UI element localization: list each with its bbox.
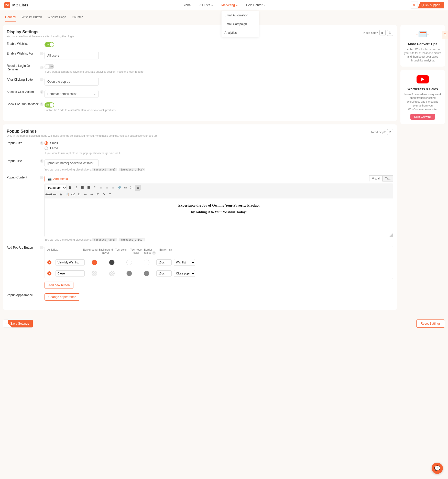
hr-icon[interactable]: — xyxy=(52,191,58,197)
nav-help-center[interactable]: Help Center⌄ xyxy=(246,3,266,7)
popup-size-hint: If you want to use a photo in the pop up… xyxy=(45,152,393,155)
panel-title: Display Settings xyxy=(7,30,75,34)
outdent-icon[interactable]: ⇤ xyxy=(83,191,88,197)
table-row: ✕ Close pop up xyxy=(45,268,393,279)
link-icon[interactable]: 🔗 xyxy=(116,185,122,190)
add-new-button[interactable]: Add new button xyxy=(45,282,73,289)
resize-handle[interactable] xyxy=(389,233,393,237)
display-settings-panel: Display Settings You only need to set th… xyxy=(3,25,397,121)
show-oos-label: Show For Out-Of-Stock xyxy=(7,102,39,106)
radius-input[interactable] xyxy=(156,259,172,265)
reset-settings-button[interactable]: Reset Settings xyxy=(416,320,445,328)
save-button-wrap[interactable]: ✓ Save Settings xyxy=(3,320,33,328)
placeholder-hint: You can use the following placeholders: … xyxy=(45,168,393,171)
bold-icon[interactable]: B xyxy=(67,185,73,190)
info-icon[interactable]: ? xyxy=(40,159,43,163)
text-hover-swatch[interactable] xyxy=(144,271,149,276)
quote-icon[interactable]: ❝ xyxy=(92,185,97,190)
fullscreen-icon[interactable]: ⛶ xyxy=(129,185,134,190)
link-select[interactable]: Close pop up xyxy=(174,270,195,277)
need-help-label: Need help? xyxy=(371,131,386,134)
special-char-icon[interactable]: Ω xyxy=(77,191,82,197)
table-row: ✕ Wishlist xyxy=(45,257,393,268)
doc-help-icon[interactable]: 🗎 xyxy=(387,129,393,135)
bg-hover-swatch[interactable] xyxy=(109,271,115,276)
enable-wishlist-for-label: Enable Wishlist For xyxy=(7,52,33,55)
paste-icon[interactable]: 📋 xyxy=(64,191,70,197)
indent-icon[interactable]: ⇥ xyxy=(89,191,94,197)
nav-all-lists[interactable]: All Lists⌄ xyxy=(200,3,213,7)
tab-wishlist-button[interactable]: Wishlist Button xyxy=(22,15,42,22)
enable-wishlist-toggle[interactable]: ON xyxy=(45,42,54,47)
info-icon[interactable]: ? xyxy=(40,102,43,106)
italic-icon[interactable]: I xyxy=(73,185,79,190)
app-logo[interactable]: nc MC Lists xyxy=(4,2,28,8)
strikethrough-icon[interactable]: ABC xyxy=(46,191,51,197)
help-icon[interactable]: ? xyxy=(107,191,113,197)
editor-content[interactable]: Experience the Joy of Owning Your Favori… xyxy=(45,198,393,237)
info-icon[interactable]: ? xyxy=(40,141,43,145)
second-click-select[interactable]: Remove from wishlist⌄ xyxy=(45,90,99,98)
info-icon[interactable]: ? xyxy=(40,90,43,94)
side-tab[interactable]: 🗒 xyxy=(442,31,448,39)
link-select[interactable]: Wishlist xyxy=(174,259,195,266)
show-oos-toggle[interactable]: ON xyxy=(45,102,54,108)
text-hover-swatch[interactable] xyxy=(144,260,149,265)
bullet-list-icon[interactable]: ☰ xyxy=(80,185,85,190)
info-icon[interactable]: ? xyxy=(40,52,43,55)
clear-format-icon[interactable]: ⌫ xyxy=(70,191,76,197)
bg-color-swatch[interactable] xyxy=(92,271,97,276)
align-center-icon[interactable]: ≡ xyxy=(104,185,110,190)
button-text-input[interactable] xyxy=(56,259,85,265)
remove-button[interactable]: ✕ xyxy=(47,260,51,264)
tab-counter[interactable]: Counter xyxy=(72,15,83,22)
popup-size-small-radio[interactable]: Small xyxy=(45,141,393,145)
text-color-swatch[interactable] xyxy=(126,271,132,276)
redo-icon[interactable]: ↷ xyxy=(101,191,107,197)
number-list-icon[interactable]: ☰ xyxy=(86,185,91,190)
button-text-input[interactable] xyxy=(56,270,85,276)
nav-global[interactable]: Global xyxy=(182,3,191,7)
editor-tab-visual[interactable]: Visual xyxy=(369,175,383,182)
start-growing-button[interactable]: Start Growing xyxy=(410,114,435,120)
info-icon[interactable]: ? xyxy=(40,176,43,179)
radius-input[interactable] xyxy=(156,270,172,276)
wp-card: WordPress & Sales Learn 3 new videos eve… xyxy=(400,70,445,124)
info-icon[interactable]: ? xyxy=(40,246,43,249)
th-action: Action xyxy=(47,248,53,255)
after-clicking-select[interactable]: Open the pop up⌄ xyxy=(45,78,99,86)
align-right-icon[interactable]: ≡ xyxy=(110,185,116,190)
undo-icon[interactable]: ↶ xyxy=(95,191,101,197)
editor-tab-text[interactable]: Text xyxy=(383,175,393,182)
tab-wishlist-page[interactable]: Wishlist Page xyxy=(48,15,66,22)
dropdown-analytics[interactable]: Analytics xyxy=(221,28,259,37)
popup-size-large-radio[interactable]: Large xyxy=(45,146,393,150)
add-media-button[interactable]: 📷 Add Media xyxy=(45,176,71,182)
nav-marketing[interactable]: Marketing⌄ Email Automation Email Campai… xyxy=(221,3,238,7)
quick-support-button[interactable]: Quick support xyxy=(418,2,444,8)
doc-help-icon[interactable]: 🗎 xyxy=(387,30,393,36)
th-text-hover: Text hover color xyxy=(129,248,144,255)
save-settings-button[interactable]: Save Settings xyxy=(8,320,33,327)
align-left-icon[interactable]: ≡ xyxy=(98,185,104,190)
remove-button[interactable]: ✕ xyxy=(47,271,51,275)
info-icon[interactable]: ? xyxy=(40,78,43,81)
toolbar-toggle-icon[interactable]: ▦ xyxy=(135,185,140,190)
popup-title-input[interactable] xyxy=(45,159,99,167)
require-login-toggle[interactable]: OFF xyxy=(45,64,54,69)
quick-support-icon[interactable]: ❋ xyxy=(411,2,418,9)
dropdown-email-campaign[interactable]: Email Campaign xyxy=(221,20,259,28)
logo-icon: nc xyxy=(4,2,10,8)
text-color-icon[interactable]: A xyxy=(58,191,64,197)
tab-general[interactable]: General xyxy=(5,15,16,22)
format-select[interactable]: Paragraph xyxy=(46,185,67,190)
info-icon[interactable]: ? xyxy=(40,66,43,69)
dropdown-email-automation[interactable]: Email Automation xyxy=(221,11,259,20)
readmore-icon[interactable]: ▭ xyxy=(123,185,128,190)
bg-color-swatch[interactable] xyxy=(92,260,97,265)
bg-hover-swatch[interactable] xyxy=(109,260,115,265)
change-appearance-button[interactable]: Change appearance xyxy=(45,293,80,301)
video-help-icon[interactable]: ▶ xyxy=(379,30,386,36)
text-color-swatch[interactable] xyxy=(126,260,132,265)
enable-wishlist-for-select[interactable]: All users⌄ xyxy=(45,52,99,59)
